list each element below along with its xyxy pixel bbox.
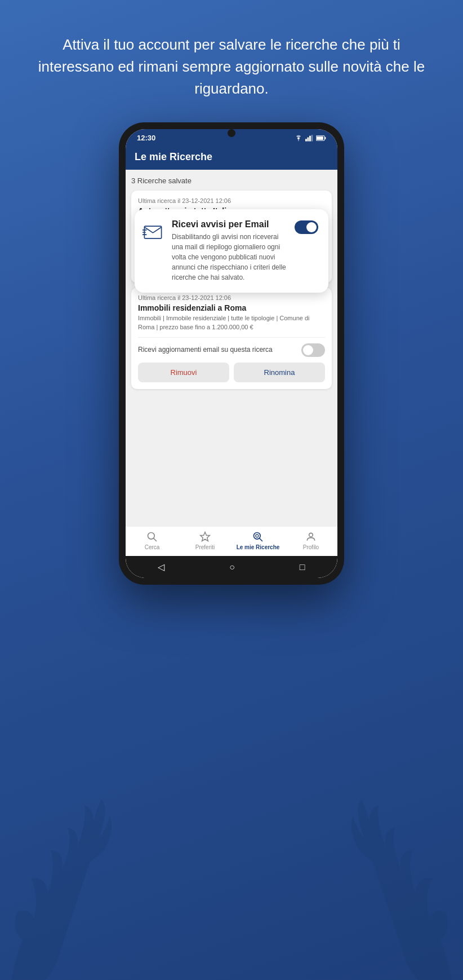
email-icon (143, 220, 166, 246)
home-button[interactable]: ○ (229, 562, 235, 572)
divider-2 (138, 337, 325, 338)
svg-marker-13 (201, 532, 210, 541)
rename-button-2[interactable]: Rinomina (234, 363, 325, 382)
nav-mie-ricerche[interactable]: Le mie Ricerche (232, 531, 284, 550)
email-toggle-2[interactable] (301, 343, 325, 357)
popup-card: Ricevi avvisi per Email Disabilitando gl… (135, 209, 328, 293)
status-icons (295, 135, 326, 142)
svg-rect-5 (324, 136, 326, 139)
nav-profilo[interactable]: Profilo (284, 531, 337, 550)
svg-rect-6 (317, 136, 323, 139)
app-header: Le mie Ricerche (126, 145, 337, 170)
popup-description: Disabilitando gli avvisi non riceverai u… (172, 232, 289, 282)
email-toggle-row-2: Ricevi aggiornamenti email su questa ric… (138, 342, 325, 357)
popup-title: Ricevi avvisi per Email (172, 219, 289, 229)
card-actions-2: Rimuovi Rinomina (138, 363, 325, 382)
phone-frame: 12:30 (119, 122, 344, 585)
svg-line-12 (154, 538, 157, 541)
cerca-icon (146, 531, 158, 542)
svg-point-17 (309, 533, 313, 537)
nav-preferiti[interactable]: Preferiti (179, 531, 232, 550)
nav-preferiti-label: Preferiti (195, 544, 215, 550)
remove-button-2[interactable]: Rimuovi (138, 363, 229, 382)
email-notification-popup: Ricevi avvisi per Email Disabilitando gl… (126, 204, 337, 298)
mie-ricerche-icon (252, 531, 264, 542)
search-card-2: Ultima ricerca il 23-12-2021 12:06 Immob… (131, 288, 332, 389)
nav-cerca[interactable]: Cerca (126, 531, 179, 550)
svg-rect-0 (305, 139, 307, 141)
phone-notch (228, 129, 235, 137)
phone-mockup: 12:30 (0, 117, 463, 585)
svg-point-16 (256, 535, 259, 537)
search-name-2: Immobili residenziali a Roma (138, 303, 325, 312)
nav-mie-ricerche-label: Le mie Ricerche (237, 544, 280, 550)
svg-rect-3 (311, 135, 313, 141)
app-title: Le mie Ricerche (135, 151, 328, 163)
search-tags-2: Immobili | Immobile residenziale | tutte… (138, 314, 325, 332)
wifi-icon (295, 135, 302, 142)
back-button[interactable]: ◁ (158, 562, 164, 572)
svg-line-15 (260, 538, 262, 541)
nav-profilo-label: Profilo (303, 544, 319, 550)
svg-rect-1 (308, 137, 309, 141)
saved-count-label: 3 Ricerche salvate (131, 175, 332, 186)
header-text: Attiva il tuo account per salvare le ric… (0, 0, 463, 117)
android-nav: ◁ ○ □ (126, 556, 337, 578)
profilo-icon (305, 531, 317, 542)
status-time: 12:30 (137, 134, 155, 142)
signal-icon (305, 135, 313, 142)
email-toggle-label-2: Ricevi aggiornamenti email su questa ric… (138, 346, 273, 354)
recents-button[interactable]: □ (300, 562, 305, 572)
phone-screen: 12:30 (126, 129, 337, 578)
email-global-toggle[interactable] (295, 220, 318, 234)
nav-cerca-label: Cerca (145, 544, 160, 550)
bottom-nav: Cerca Preferiti Le m (126, 526, 337, 556)
battery-icon (316, 135, 326, 142)
preferiti-icon (199, 531, 211, 542)
svg-rect-2 (309, 135, 311, 141)
